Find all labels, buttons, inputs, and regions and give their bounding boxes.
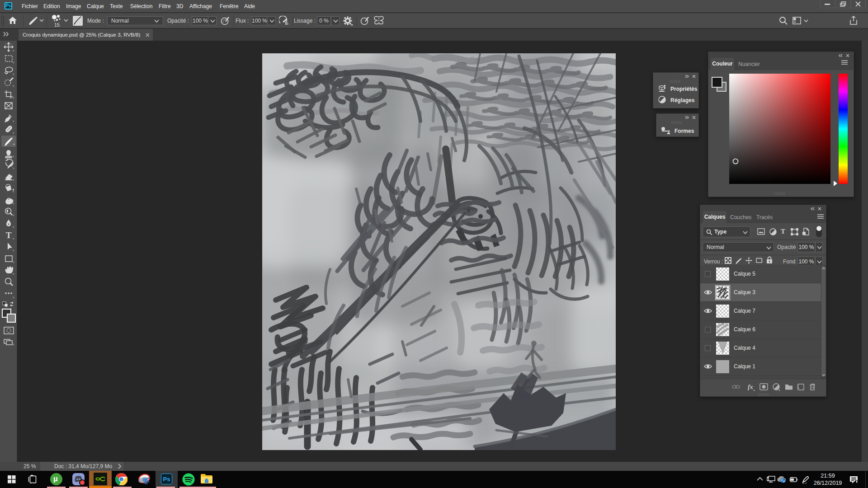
- svg-text:T: T: [6, 230, 12, 240]
- svg-text:fx: fx: [748, 384, 753, 390]
